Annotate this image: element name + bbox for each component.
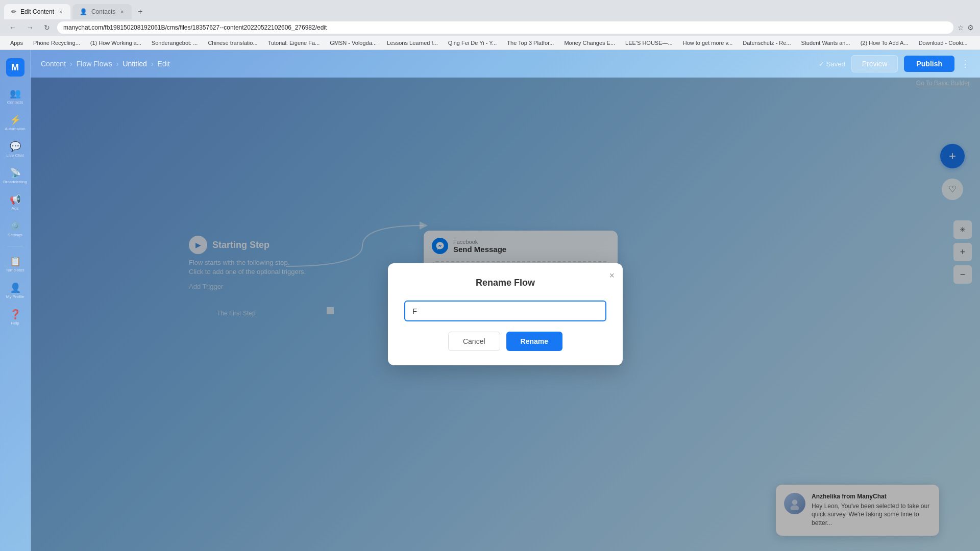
bookmark-how2[interactable]: (2) How To Add A... <box>856 39 913 47</box>
cancel-button[interactable]: Cancel <box>448 332 500 351</box>
rename-flow-modal: Rename Flow × Cancel Rename <box>388 263 623 365</box>
settings-icon: ⚙️ <box>10 220 21 232</box>
bookmark-apps[interactable]: Apps <box>6 39 27 47</box>
bookmark-chinese[interactable]: Chinese translatio... <box>204 39 261 47</box>
top-nav: Content › Flow Flows › Untitled › Edit ✓… <box>31 50 980 78</box>
tab-contacts-favicon: 👤 <box>80 8 87 15</box>
breadcrumb-sep1: › <box>70 60 72 68</box>
url-bar[interactable]: manychat.com/fb198150208192061B/cms/file… <box>57 21 953 34</box>
breadcrumb-content[interactable]: Content <box>41 60 66 68</box>
nav-right: ✓ Saved Preview Publish ⋮ <box>819 55 970 72</box>
reload-button[interactable]: ↻ <box>41 22 53 33</box>
back-button[interactable]: ← <box>6 22 19 33</box>
sidebar-item-automation[interactable]: ⚡ Automation <box>4 111 27 134</box>
tab-edit-favicon: ✏ <box>11 8 16 15</box>
help-icon: ❓ <box>10 309 21 320</box>
flow-canvas[interactable]: ▶ Starting Step Flow starts with the fol… <box>31 78 980 551</box>
forward-button[interactable]: → <box>23 22 37 33</box>
tab-bar: ✏ Edit Content × 👤 Contacts × + <box>0 0 980 19</box>
breadcrumb-sep2: › <box>116 60 119 68</box>
rename-input[interactable] <box>404 300 606 321</box>
modal-actions: Cancel Rename <box>404 332 606 351</box>
sidebar-logo: M <box>6 58 24 77</box>
new-tab-button[interactable]: + <box>134 5 146 18</box>
sidebar-item-help[interactable]: ❓ Help <box>4 306 27 328</box>
extension-icon[interactable]: ⚙ <box>967 23 974 32</box>
contacts-icon: 👥 <box>10 88 21 99</box>
bookmark-money[interactable]: Money Changes E... <box>560 39 619 47</box>
breadcrumb-flow-flows[interactable]: Flow Flows <box>77 60 112 68</box>
sidebar-item-ads[interactable]: 📢 Ads <box>4 191 27 213</box>
sidebar-item-broadcasting[interactable]: 📡 Broadcasting <box>4 164 27 187</box>
sidebar-item-my-profile[interactable]: 👤 My Profile <box>4 279 27 302</box>
bookmark-working[interactable]: (1) How Working a... <box>86 39 145 47</box>
sidebar-item-settings[interactable]: ⚙️ Settings <box>4 217 27 240</box>
sidebar: M 👥 Contacts ⚡ Automation 💬 Live Chat 📡 … <box>0 50 31 551</box>
tab-edit-label: Edit Content <box>20 8 54 15</box>
tab-contacts-label: Contacts <box>91 8 115 15</box>
sidebar-item-contacts[interactable]: 👥 Contacts <box>4 85 27 107</box>
breadcrumb-sep3: › <box>151 60 154 68</box>
tab-edit-content[interactable]: ✏ Edit Content × <box>4 4 70 19</box>
tab-contacts[interactable]: 👤 Contacts × <box>72 4 132 19</box>
automation-icon: ⚡ <box>10 114 21 126</box>
bookmarks-bar: Apps Phone Recycling... (1) How Working … <box>0 36 980 50</box>
saved-text: ✓ Saved <box>819 60 845 68</box>
bookmark-student[interactable]: Student Wants an... <box>797 39 854 47</box>
modal-title: Rename Flow <box>404 278 606 288</box>
sidebar-item-live-chat[interactable]: 💬 Live Chat <box>4 138 27 160</box>
breadcrumb-untitled[interactable]: Untitled <box>122 60 146 68</box>
ads-icon: 📢 <box>10 194 21 205</box>
bookmark-tutorial[interactable]: Tutorial: Eigene Fa... <box>264 39 324 47</box>
modal-close-button[interactable]: × <box>609 270 615 281</box>
bookmark-sonder[interactable]: Sonderangebot: ... <box>148 39 202 47</box>
browser-actions: ☆ ⚙ <box>958 23 974 32</box>
preview-button[interactable]: Preview <box>851 55 898 72</box>
bookmark-datenschutz[interactable]: Datenschutz - Re... <box>739 39 795 47</box>
saved-badge: ✓ Saved <box>819 60 845 68</box>
bookmark-lee[interactable]: LEE'S HOUSE—... <box>621 39 677 47</box>
publish-button[interactable]: Publish <box>904 56 954 72</box>
bookmark-top3[interactable]: The Top 3 Platfor... <box>503 39 558 47</box>
breadcrumb: Content › Flow Flows › Untitled › Edit <box>41 60 170 68</box>
breadcrumb-edit[interactable]: Edit <box>158 60 170 68</box>
templates-icon: 📋 <box>10 256 21 267</box>
sidebar-item-templates[interactable]: 📋 Templates <box>4 253 27 275</box>
bookmark-qing[interactable]: Qing Fei De Yi - Y... <box>444 39 501 47</box>
tab-contacts-close[interactable]: × <box>119 8 125 16</box>
bookmark-lessons[interactable]: Lessons Learned f... <box>383 39 442 47</box>
bookmark-gmsn[interactable]: GMSN - Vologda... <box>326 39 381 47</box>
star-icon[interactable]: ☆ <box>958 23 964 32</box>
modal-overlay: Rename Flow × Cancel Rename <box>31 78 980 551</box>
my-profile-icon: 👤 <box>10 282 21 293</box>
bookmark-phone[interactable]: Phone Recycling... <box>29 39 84 47</box>
url-text: manychat.com/fb198150208192061B/cms/file… <box>63 24 327 31</box>
rename-button[interactable]: Rename <box>506 332 562 351</box>
bookmark-getmore[interactable]: How to get more v... <box>679 39 737 47</box>
app-container: M 👥 Contacts ⚡ Automation 💬 Live Chat 📡 … <box>0 50 980 551</box>
live-chat-icon: 💬 <box>10 141 21 152</box>
bookmark-download[interactable]: Download - Cooki... <box>915 39 972 47</box>
sidebar-divider <box>8 246 23 246</box>
more-options-icon[interactable]: ⋮ <box>961 58 970 69</box>
tab-edit-close[interactable]: × <box>58 8 63 16</box>
broadcasting-icon: 📡 <box>10 167 21 179</box>
browser-chrome: ✏ Edit Content × 👤 Contacts × + ← → ↻ ma… <box>0 0 980 36</box>
address-bar: ← → ↻ manychat.com/fb198150208192061B/cm… <box>0 19 980 36</box>
